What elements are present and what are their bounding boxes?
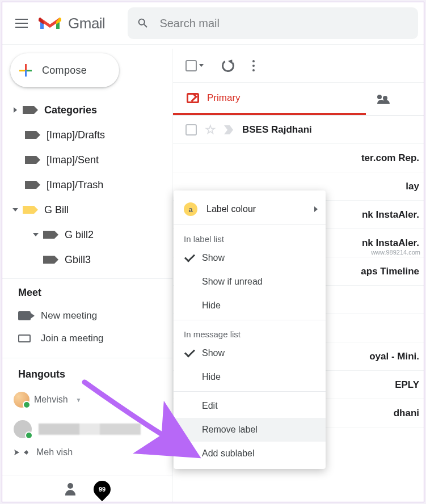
search-icon <box>137 17 149 29</box>
category-tabs: Primary <box>173 83 424 116</box>
sidebar-item-gbill2[interactable]: G bill2 <box>2 222 166 247</box>
checkbox[interactable] <box>185 124 197 135</box>
main-menu-button[interactable] <box>8 10 35 37</box>
menu-item-label-colour[interactable]: a Label colour <box>174 196 326 222</box>
menu-group-label: In message list <box>174 323 326 341</box>
menu-label: Show <box>202 253 225 263</box>
menu-group-label: In label list <box>174 227 326 246</box>
keyboard-icon <box>18 334 31 342</box>
sender-tail: lay <box>406 181 419 192</box>
caret-down-icon <box>33 233 39 236</box>
sender-tail: nk InstaAler. <box>362 209 419 221</box>
mail-toolbar <box>173 49 424 83</box>
more-actions-button[interactable] <box>252 65 255 67</box>
label-icon <box>23 106 34 114</box>
sidebar-item-imap-trash[interactable]: [Imap]/Trash <box>2 172 166 197</box>
annotation-arrow <box>82 379 212 472</box>
menu-label: Label colour <box>206 204 256 214</box>
label-icon <box>43 256 54 264</box>
gmail-logo[interactable] <box>39 15 61 32</box>
sender-name: BSES Rajdhani <box>242 124 312 135</box>
select-all-dropdown[interactable] <box>185 60 204 71</box>
tab-label: Primary <box>207 92 241 104</box>
meet-label: New meeting <box>41 310 97 321</box>
sidebar-label: G Bill <box>44 204 69 216</box>
menu-label: Hide <box>202 300 221 311</box>
menu-label: Show if unread <box>202 277 263 287</box>
tab-primary[interactable]: Primary <box>173 83 366 115</box>
sidebar-item-imap-drafts[interactable]: [Imap]/Drafts <box>2 122 166 147</box>
hamburger-icon <box>15 23 28 24</box>
sidebar-label: [Imap]/Drafts <box>47 129 105 141</box>
sender-tail: nk InstaAler. <box>362 238 419 249</box>
sidebar-label: [Imap]/Sent <box>47 154 99 166</box>
avatar <box>14 420 32 438</box>
sidebar-item-categories[interactable]: Categories <box>2 98 166 122</box>
join-meeting-button[interactable]: Join a meeting <box>2 327 172 350</box>
hangouts-bottom-tabs <box>2 476 172 502</box>
hangouts-tab[interactable] <box>90 477 114 501</box>
sidebar-label: G bill2 <box>65 229 94 241</box>
hangouts-username: Mehvish <box>34 395 68 405</box>
camera-icon <box>18 311 31 320</box>
app-header: Gmail Search mail <box>2 2 424 45</box>
menu-separator <box>174 320 326 320</box>
meet-section-title: Meet <box>2 279 172 304</box>
tab-social[interactable] <box>366 83 401 115</box>
sidebar-item-imap-sent[interactable]: [Imap]/Sent <box>2 147 166 172</box>
hangouts-contact-name: Meh vish <box>36 447 73 458</box>
menu-item-msg-show[interactable]: Show <box>174 341 326 365</box>
people-icon <box>377 95 390 104</box>
sender-tail: EPLY <box>395 379 419 391</box>
important-icon[interactable] <box>224 125 234 134</box>
menu-item-show-unread[interactable]: Show if unread <box>174 270 326 294</box>
meet-label: Join a meeting <box>41 333 104 344</box>
brand-name: Gmail <box>68 15 105 32</box>
chevron-down-icon: ▼ <box>76 397 82 403</box>
chevron-right-icon <box>314 206 318 212</box>
color-swatch-icon: a <box>184 202 197 216</box>
watermark: www.989214.com <box>371 249 420 256</box>
sender-tail: oyal - Mini. <box>369 351 419 362</box>
checkbox-icon <box>185 60 197 71</box>
plus-icon <box>19 64 32 77</box>
menu-item-show[interactable]: Show <box>174 246 326 270</box>
label-icon <box>25 156 36 164</box>
menu-separator <box>174 225 326 225</box>
sender-tail: aps Timeline <box>361 266 419 277</box>
message-row[interactable]: ter.com Rep. <box>173 144 424 172</box>
sidebar-item-gbill3[interactable]: Gbill3 <box>2 247 166 272</box>
label-icon <box>25 181 36 189</box>
label-icon <box>43 231 54 239</box>
sender-tail: dhani <box>394 408 419 419</box>
sidebar-label: Gbill3 <box>65 254 91 266</box>
search-placeholder: Search mail <box>159 17 220 30</box>
compose-button[interactable]: Compose <box>10 53 119 87</box>
message-row[interactable]: ☆ BSES Rajdhani <box>173 116 424 144</box>
contacts-tab[interactable] <box>64 483 77 495</box>
label-icon <box>23 206 34 214</box>
sender-tail: ter.com Rep. <box>361 153 419 164</box>
menu-item-hide[interactable]: Hide <box>174 294 326 317</box>
caret-down-icon <box>12 208 18 211</box>
new-meeting-button[interactable]: New meeting <box>2 304 172 327</box>
caret-right-icon <box>14 107 17 113</box>
sidebar-item-gbill[interactable]: G Bill <box>2 197 166 222</box>
label-icon <box>25 131 36 139</box>
refresh-button[interactable] <box>221 58 235 73</box>
inbox-icon <box>187 93 199 103</box>
search-bar[interactable]: Search mail <box>128 7 418 39</box>
sidebar-label: Categories <box>44 104 97 116</box>
plane-icon <box>14 447 29 458</box>
star-icon[interactable]: ☆ <box>205 122 216 137</box>
chevron-down-icon <box>199 64 204 67</box>
sidebar-label: [Imap]/Trash <box>47 179 103 191</box>
avatar <box>14 392 29 408</box>
compose-label: Compose <box>42 65 87 77</box>
menu-label: Show <box>202 348 225 358</box>
